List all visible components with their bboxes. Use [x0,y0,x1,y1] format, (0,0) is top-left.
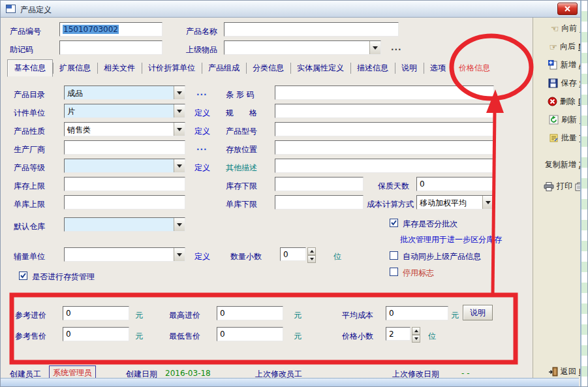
parent-item-combo[interactable] [224,40,381,55]
ref-sale-input[interactable]: 0 [63,327,129,341]
product-name-input[interactable] [224,22,399,37]
cost-method-combo[interactable]: 移动加权平均 [416,195,494,209]
max-purchase-input[interactable]: 0 [217,306,283,320]
manufacturer-input[interactable] [64,140,185,155]
tab-options[interactable]: 选项 [424,60,452,76]
print-button[interactable]: 打印 [544,181,584,192]
batch-checkbox[interactable] [390,219,398,227]
nav-next-button[interactable]: ☞ 向后N [549,41,584,52]
chevron-down-icon[interactable] [174,86,185,99]
catalog-more-button[interactable]: ... [196,88,208,97]
price-decimal-stepper[interactable] [412,327,420,341]
location-input[interactable] [275,140,494,155]
chevron-down-icon[interactable] [482,196,493,209]
chevron-down-icon[interactable] [174,123,185,136]
delete-button[interactable]: 删除D [548,96,584,107]
disable-flag-checkbox[interactable] [390,268,398,276]
tab-description-info[interactable]: 描述信息 [350,60,395,76]
tab-bar: 基本信息 扩展信息 相关文件 计价折算单位 产品组成 分类信息 实体属性定义 描… [7,59,497,76]
spin-up-icon [307,247,316,255]
product-code-value: 15010703002 [63,25,119,34]
product-code-input[interactable]: 15010703002 [59,22,162,37]
manufacturer-more-button[interactable]: ... [196,143,208,152]
save-button[interactable]: 保存S [548,78,584,89]
created-date-value: 2016-03-18 [165,369,211,378]
tab-product-composition[interactable]: 产品组成 [202,60,246,76]
tab-extended-info[interactable]: 扩展信息 [53,60,97,76]
parent-item-more-button[interactable]: ... [391,43,402,52]
tab-pricing-conversion-unit[interactable]: 计价折算单位 [142,60,202,76]
model-label: 产品型号 [226,126,257,137]
single-upper-input[interactable] [64,195,185,209]
shelf-life-input[interactable]: 0 [416,177,494,191]
qty-decimal-stepper[interactable] [307,247,316,261]
chevron-down-icon[interactable] [369,41,380,54]
refresh-button[interactable]: 刷新F [549,114,584,125]
price-decimal-input[interactable]: 2 [386,327,410,341]
nature-define-link[interactable]: 定义 [194,126,210,137]
sync-parent-checkbox[interactable] [390,251,398,260]
return-button[interactable]: 返回R [548,366,584,377]
tab-notes[interactable]: 说明 [395,60,424,76]
inventory-mgmt-checkbox[interactable] [19,271,27,280]
default-warehouse-combo[interactable] [64,217,185,232]
stock-lower-input[interactable] [275,177,364,191]
mnemonic-label: 助记码 [10,44,33,55]
nature-combo[interactable]: 销售类 [64,122,185,136]
exit-door-icon [548,367,558,377]
check-icon [20,272,27,279]
qty-decimal-input[interactable]: 0 [280,247,306,261]
unit-define-link[interactable]: 定义 [194,108,210,119]
add-new-button[interactable]: 新增A [548,59,584,70]
manufacturer-label: 生产厂商 [14,144,45,155]
refresh-icon [549,115,559,125]
avg-cost-input[interactable]: 0 [386,306,448,320]
copy-new-button[interactable]: 复制新增Z [545,159,584,170]
tab-related-files[interactable]: 相关文件 [97,60,142,76]
chevron-down-icon[interactable] [174,104,185,117]
min-sale-input[interactable]: 0 [217,327,283,341]
grade-label: 产品等级 [14,163,45,174]
grade-combo[interactable] [64,159,185,173]
disable-flag-label: 停用标志 [403,268,434,279]
delete-icon [548,97,557,106]
nav-previous-button[interactable]: ☜ 向前L [551,23,584,34]
barcode-label: 条 形 码 [226,89,255,101]
stock-upper-input[interactable] [64,177,185,191]
mnemonic-input[interactable] [59,40,162,55]
grade-define-link[interactable]: 定义 [194,163,210,174]
tab-basic-info[interactable]: 基本信息 [7,59,53,77]
tab-classification-info[interactable]: 分类信息 [246,60,290,76]
ref-sale-label: 参考售价 [15,331,46,342]
chevron-down-icon[interactable] [174,159,185,172]
aux-unit-combo[interactable] [64,247,185,262]
chevron-down-icon[interactable] [174,218,185,231]
spec-input[interactable] [275,104,494,118]
inventory-mgmt-label: 是否进行存货管理 [32,271,95,283]
unit-combo[interactable]: 片 [64,104,185,118]
barcode-input[interactable] [275,85,494,100]
aux-unit-define-link[interactable]: 定义 [194,251,210,262]
price-decimal-label: 价格小数 [342,331,373,342]
other-desc-input[interactable] [275,159,494,173]
close-button[interactable] [557,3,578,15]
ref-purchase-input[interactable]: 0 [63,306,129,320]
catalog-combo[interactable]: 成品 [64,85,185,100]
model-input[interactable] [275,122,494,136]
background-window-strip [580,1,588,387]
cost-method-label: 成本计算方式 [367,199,414,210]
explain-button[interactable]: 说明 [463,305,493,320]
min-sale-label: 最低售价 [169,331,200,342]
spin-down-icon [412,335,420,343]
product-code-label: 产品编号 [10,26,41,37]
parent-item-label: 上级物品 [186,44,217,55]
tab-entity-attribute[interactable]: 实体属性定义 [290,60,350,76]
tab-price-info[interactable]: 价格信息 [452,60,497,76]
batch-button[interactable]: 批量T [549,132,584,144]
hand-right-icon: ☞ [549,42,557,52]
ref-purchase-label: 参考进价 [15,310,46,321]
single-lower-input[interactable] [275,195,364,209]
window-icon [6,5,16,13]
chevron-down-icon[interactable] [174,248,185,261]
aux-unit-label: 辅量单位 [14,251,45,262]
